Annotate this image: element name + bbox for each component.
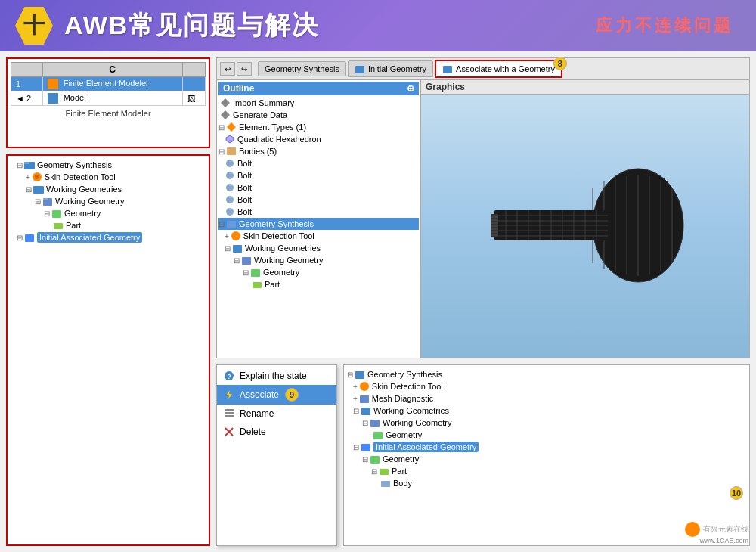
fem-col-c: C xyxy=(42,63,182,77)
svg-rect-6 xyxy=(43,198,48,200)
left-tree-item-working-geoms[interactable]: ⊟ Working Geometries xyxy=(11,183,206,195)
fem-caption: Finite Element Modeler xyxy=(11,109,206,118)
left-tree-item-geom[interactable]: ⊟ Geometry xyxy=(11,207,206,219)
init-assoc-icon xyxy=(24,232,35,243)
geometry-icon xyxy=(51,208,62,219)
btree-mesh-icon xyxy=(359,393,370,404)
context-item-rename[interactable]: Rename xyxy=(217,405,336,423)
fem-row-2[interactable]: ◄ 2 Model 🖼 xyxy=(11,91,206,106)
svg-rect-10 xyxy=(355,66,364,73)
outline-item-quad-hex[interactable]: Quadratic Hexahedron xyxy=(218,133,419,145)
btree-part[interactable]: ⊟ Part xyxy=(347,465,746,477)
btree-geom2[interactable]: ⊟ Geometry xyxy=(347,453,746,465)
outline-item-bolt1[interactable]: Bolt xyxy=(218,157,419,169)
svg-rect-64 xyxy=(225,415,234,417)
btree-mesh-diag[interactable]: + Mesh Diagnostic xyxy=(347,392,746,405)
fem-row-1[interactable]: 1 Finite Element Modeler xyxy=(11,77,206,91)
svg-marker-14 xyxy=(227,122,236,132)
btree-working-geoms[interactable]: ⊟ Working Geometries xyxy=(347,405,746,417)
svg-marker-12 xyxy=(221,98,230,107)
left-expand-geom2[interactable]: ⊟ xyxy=(44,209,50,218)
import-icon xyxy=(220,98,231,108)
btree-wgeoms-icon xyxy=(361,405,371,416)
tab-associate-geometry[interactable]: Associate with a Geometry 8 xyxy=(435,60,562,78)
outline-item-working-geoms[interactable]: ⊟ Working Geometries xyxy=(218,242,419,254)
svg-text:?: ? xyxy=(227,373,231,380)
svg-rect-16 xyxy=(227,147,236,155)
redo-button[interactable]: ↪ xyxy=(237,62,252,76)
tab-geometry-synthesis[interactable]: Geometry Synthesis xyxy=(258,61,346,76)
header-title: AWB常见问题与解决 xyxy=(64,8,319,43)
badge-9: 9 xyxy=(285,388,299,402)
left-tree-item-skin[interactable]: + Skin Detection Tool xyxy=(11,171,206,183)
svg-rect-73 xyxy=(373,432,383,439)
working-geom-out-icon xyxy=(241,255,252,265)
outline-item-bodies[interactable]: ⊟ Bodies (5) xyxy=(218,145,419,157)
btree-part-icon xyxy=(379,466,389,476)
outline-item-geom-out[interactable]: ⊟ Geometry xyxy=(218,266,419,278)
btree-init-assoc-icon xyxy=(361,442,371,452)
outline-item-working-geom[interactable]: ⊟ Working Geometry xyxy=(218,254,419,266)
outline-item-bolt5[interactable]: Bolt xyxy=(218,206,419,218)
bolt3-icon xyxy=(225,182,235,193)
expand-elem-types[interactable]: ⊟ xyxy=(218,123,225,132)
svg-point-21 xyxy=(226,208,234,216)
context-item-associate[interactable]: Associate 9 xyxy=(217,385,336,405)
bolt5-icon xyxy=(225,206,235,217)
working-geoms-icon xyxy=(33,184,44,194)
tabs-bar: ↩ ↪ Geometry Synthesis Initial Geometry … xyxy=(217,58,749,80)
delete-x-icon xyxy=(223,426,235,438)
left-tree-item-working-geom[interactable]: ⊟ Working Geometry xyxy=(11,195,206,207)
graphics-panel: Graphics xyxy=(421,80,749,358)
fem-row2-label: Model xyxy=(42,91,182,106)
svg-rect-65 xyxy=(225,409,234,411)
btree-working-geom[interactable]: ⊟ Working Geometry xyxy=(347,417,746,429)
tab-initial-geometry[interactable]: Initial Geometry xyxy=(348,60,433,77)
btree-skin-tool[interactable]: + Skin Detection Tool xyxy=(347,380,746,392)
svg-rect-76 xyxy=(380,469,389,475)
bodies-icon xyxy=(226,146,237,157)
svg-rect-4 xyxy=(33,186,44,194)
outline-item-geom-synth-selected[interactable]: ⊟ Geometry Synthesis xyxy=(218,218,419,230)
context-item-explain[interactable]: ? Explain the state xyxy=(217,367,336,385)
left-expand-init[interactable]: ⊟ xyxy=(17,234,23,242)
left-expand-geom[interactable]: ⊟ xyxy=(17,161,23,169)
outline-item-skin-tool[interactable]: + Skin Detection Tool xyxy=(218,230,419,242)
svg-rect-7 xyxy=(52,210,61,218)
expand-bodies[interactable]: ⊟ xyxy=(218,147,225,156)
outline-item-elem-types[interactable]: ⊟ Element Types (1) xyxy=(218,121,419,133)
left-tree-item-init-assoc[interactable]: ⊟ Initial Associated Geometry xyxy=(11,231,206,243)
btree-geom-synth[interactable]: ⊟ Geometry Synthesis xyxy=(347,368,746,380)
part-out-icon xyxy=(252,279,262,290)
outline-item-bolt3[interactable]: Bolt xyxy=(218,181,419,194)
left-expand-skin[interactable]: + xyxy=(26,173,30,181)
btree-geom-synth-icon xyxy=(355,369,365,380)
btree-geom[interactable]: Geometry xyxy=(347,429,746,441)
svg-marker-62 xyxy=(226,390,232,399)
svg-rect-77 xyxy=(381,481,390,487)
lightning-icon xyxy=(223,389,235,401)
svg-marker-15 xyxy=(226,135,234,143)
fem-row1-label: Finite Element Modeler xyxy=(42,77,182,91)
btree-init-assoc[interactable]: ⊟ Initial Associated Geometry xyxy=(347,441,746,453)
bolt-container xyxy=(421,95,749,355)
undo-button[interactable]: ↩ xyxy=(220,62,235,76)
context-item-delete[interactable]: Delete xyxy=(217,423,336,441)
bottom-section: ? Explain the state Associate 9 Rename xyxy=(216,364,750,546)
left-expand-wgeom[interactable]: ⊟ xyxy=(35,197,41,206)
outline-item-bolt4[interactable]: Bolt xyxy=(218,194,419,206)
left-tree-item-part[interactable]: Part xyxy=(11,219,206,231)
svg-rect-52 xyxy=(491,214,498,237)
fem-col-extra xyxy=(182,63,205,77)
outline-item-bolt2[interactable]: Bolt xyxy=(218,169,419,181)
outline-item-gen-data[interactable]: Generate Data xyxy=(218,109,419,121)
gen-data-icon xyxy=(220,110,231,120)
outline-item-import[interactable]: Import Summary xyxy=(218,97,419,109)
left-tree-item-geom-synth[interactable]: ⊟ Geometry Synthesis xyxy=(11,159,206,171)
left-expand-wgeoms[interactable]: ⊟ xyxy=(26,185,32,194)
watermark-circle-icon xyxy=(685,522,700,537)
outline-item-part-out[interactable]: Part xyxy=(218,278,419,290)
fem-row1-num: 1 xyxy=(11,77,43,91)
btree-body[interactable]: Body xyxy=(347,477,746,489)
svg-marker-13 xyxy=(221,110,230,119)
